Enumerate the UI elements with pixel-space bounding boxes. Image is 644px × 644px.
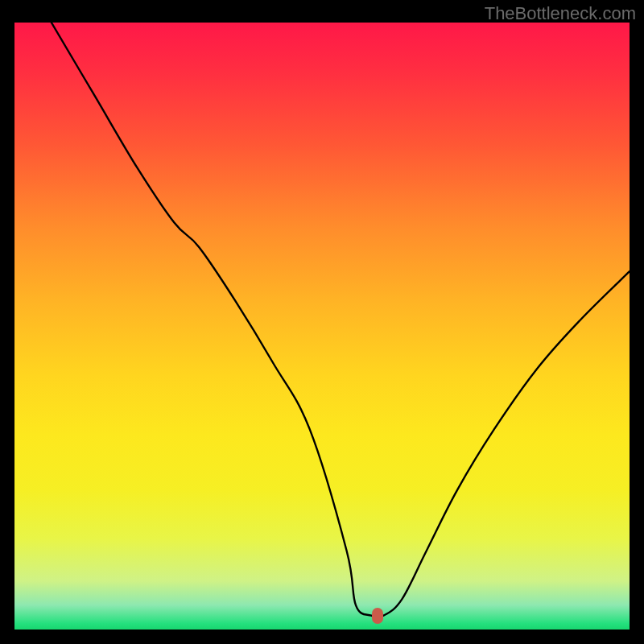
chart-frame: TheBottleneck.com bbox=[0, 0, 644, 644]
optimal-point-marker bbox=[372, 608, 383, 624]
plot-area bbox=[14, 23, 630, 630]
bottleneck-curve bbox=[52, 23, 630, 617]
curve-svg bbox=[14, 23, 630, 630]
watermark-text: TheBottleneck.com bbox=[485, 3, 636, 24]
